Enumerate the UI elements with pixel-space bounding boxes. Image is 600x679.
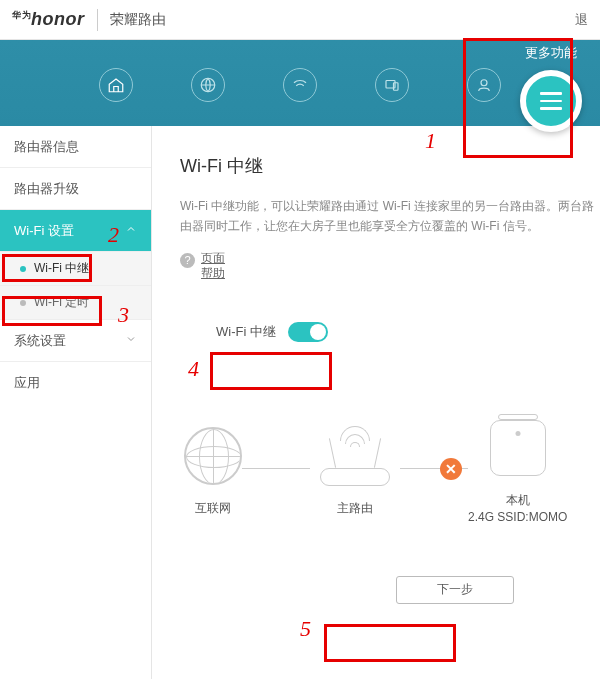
nav-wifi-icon[interactable] [283,68,317,102]
header-divider [97,9,98,31]
product-name: 荣耀路由 [110,11,166,29]
sidebar-item-label: 应用 [14,374,40,392]
bullet-icon [20,300,26,306]
help-row: ? 页面帮助 [180,251,600,282]
nav-devices-icon[interactable] [375,68,409,102]
topology-diagram: 互联网 主路由 ✕ 本机2.4G SSID:MOMO [184,412,600,526]
logout-link[interactable]: 退 [575,11,588,29]
sidebar-item-label: 路由器升级 [14,180,79,198]
page-description: Wi-Fi 中继功能，可以让荣耀路由通过 Wi-Fi 连接家里的另一台路由器。两… [180,196,600,237]
logo: 华为honor [12,9,85,30]
switch-knob [310,324,326,340]
wifi-repeater-switch[interactable] [288,322,328,342]
sidebar: 路由器信息 路由器升级 Wi-Fi 设置 Wi-Fi 中继 Wi-Fi 定时 系… [0,126,152,679]
chevron-down-icon [125,333,137,348]
router-icon [310,426,400,486]
connection-line [242,433,310,505]
local-device-icon [490,420,546,476]
device-label: 互联网 [195,500,231,517]
svg-rect-2 [394,83,399,91]
sidebar-sub-wifi-repeater[interactable]: Wi-Fi 中继 [0,252,151,286]
sidebar-sub-label: Wi-Fi 中继 [34,260,89,277]
device-main-router: 主路由 [310,420,400,517]
sidebar-item-label: Wi-Fi 设置 [14,222,74,240]
device-local: 本机2.4G SSID:MOMO [468,412,567,526]
error-icon: ✕ [445,461,457,477]
nav-globe-icon[interactable] [191,68,225,102]
sidebar-item-apps[interactable]: 应用 [0,362,151,404]
sidebar-sub-label: Wi-Fi 定时 [34,294,89,311]
main-layout: 路由器信息 路由器升级 Wi-Fi 设置 Wi-Fi 中继 Wi-Fi 定时 系… [0,126,600,679]
nav-home-icon[interactable] [99,68,133,102]
nav-user-icon[interactable] [467,68,501,102]
bullet-icon [20,266,26,272]
next-row: 下一步 [310,576,600,604]
next-button[interactable]: 下一步 [396,576,514,604]
sidebar-sub-wifi-timer[interactable]: Wi-Fi 定时 [0,286,151,320]
content-area: Wi-Fi 中继 Wi-Fi 中继功能，可以让荣耀路由通过 Wi-Fi 连接家里… [152,126,600,679]
help-icon: ? [180,253,195,268]
sidebar-item-router-info[interactable]: 路由器信息 [0,126,151,168]
chevron-up-icon [125,223,137,238]
device-internet: 互联网 [184,420,242,517]
nav-band: 更多功能 [0,40,600,126]
connection-line-fail: ✕ [400,433,468,505]
sidebar-item-wifi-settings[interactable]: Wi-Fi 设置 [0,210,151,252]
sidebar-item-label: 路由器信息 [14,138,79,156]
hamburger-icon [540,92,562,110]
svg-point-3 [481,80,487,86]
nav-more-label: 更多功能 [520,44,582,62]
nav-more-button[interactable] [520,70,582,132]
help-link[interactable]: 页面帮助 [201,251,229,282]
toggle-label: Wi-Fi 中继 [216,323,276,341]
sidebar-item-router-upgrade[interactable]: 路由器升级 [0,168,151,210]
nav-more: 更多功能 [520,44,582,128]
device-label: 本机2.4G SSID:MOMO [468,492,567,526]
device-label: 主路由 [337,500,373,517]
page-title: Wi-Fi 中继 [180,154,600,178]
sidebar-item-label: 系统设置 [14,332,66,350]
globe-icon [184,427,242,485]
sidebar-item-system-settings[interactable]: 系统设置 [0,320,151,362]
app-header: 华为honor 荣耀路由 退 [0,0,600,40]
wifi-repeater-toggle-row: Wi-Fi 中继 [216,322,600,342]
